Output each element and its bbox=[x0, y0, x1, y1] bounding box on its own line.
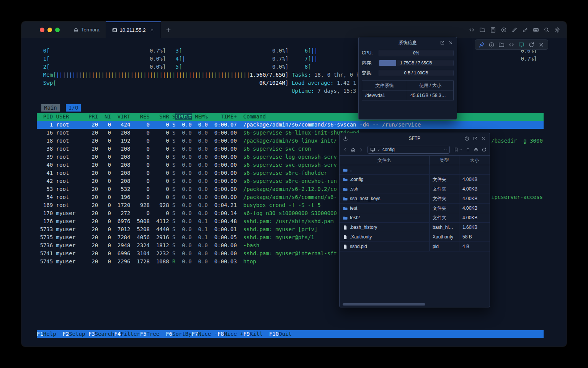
file-size: 4.00KB bbox=[459, 175, 490, 184]
htop-tab-main[interactable]: Main bbox=[41, 104, 60, 112]
chevron-down-icon bbox=[459, 148, 462, 151]
column-size[interactable]: 大小 bbox=[459, 156, 490, 165]
file-type: 文件夹 bbox=[429, 204, 459, 213]
show-hidden-icon[interactable] bbox=[474, 147, 479, 152]
file-row[interactable]: .XauthorityXauthority58 B bbox=[340, 232, 490, 242]
chevron-down-icon[interactable] bbox=[444, 148, 447, 151]
column-type[interactable]: 类型 bbox=[429, 156, 459, 165]
info-icon[interactable] bbox=[488, 42, 495, 48]
close-panel-icon[interactable] bbox=[448, 40, 453, 45]
fkey-f10[interactable]: F10Quit bbox=[269, 331, 298, 337]
file-row[interactable]: test文件夹4.00KB bbox=[340, 204, 490, 213]
folder-icon bbox=[343, 215, 348, 220]
code-snippets-icon[interactable] bbox=[469, 27, 475, 33]
bookmarks-button[interactable] bbox=[454, 147, 462, 152]
settings-icon[interactable] bbox=[554, 27, 560, 33]
file-name: test2 bbox=[350, 215, 360, 220]
refresh-icon[interactable] bbox=[528, 42, 534, 48]
keyboard-icon[interactable] bbox=[533, 27, 539, 33]
process-row[interactable]: 1 root 20 0 424 0 0 S 0.0 0.0 0:00.07 /p… bbox=[37, 121, 544, 129]
file-row[interactable]: .bash_historybash_hi…1.60KB bbox=[340, 223, 490, 232]
path-segment[interactable]: config bbox=[382, 147, 395, 152]
file-row[interactable]: ssh_host_keys文件夹4.00KB bbox=[340, 194, 490, 204]
file-name: test bbox=[350, 205, 357, 211]
tab-ssh-session[interactable]: 10.211.55.2 bbox=[106, 21, 161, 38]
log-icon[interactable] bbox=[490, 27, 496, 33]
fkey-f8[interactable]: F8Nice + bbox=[217, 331, 243, 337]
file-type: pid bbox=[429, 242, 459, 251]
fkey-f7[interactable]: F7Nice - bbox=[192, 331, 217, 337]
zoom-window-button[interactable] bbox=[55, 28, 60, 32]
file-icon bbox=[343, 235, 348, 240]
file-type: bash_hi… bbox=[429, 223, 459, 232]
file-row[interactable]: test2文件夹4.00KB bbox=[340, 213, 490, 223]
column-filename[interactable]: 文件名 bbox=[340, 156, 429, 165]
key-manager-icon[interactable] bbox=[522, 27, 528, 33]
filesystem-table: 文件系统 使用 / 大小 /dev/vda1 45.61GB / 58.3… bbox=[362, 80, 454, 100]
minimize-window-button[interactable] bbox=[47, 28, 52, 32]
process-table-header[interactable]: PID USER PRI NI VIRT RES SHR SCPU%▽ MEM%… bbox=[37, 113, 544, 121]
file-row[interactable]: .ssh文件夹4.00KB bbox=[340, 184, 490, 194]
titlebar: Termora 10.211.55.2 bbox=[21, 21, 567, 38]
new-tab-button[interactable] bbox=[161, 21, 176, 38]
terminal-icon bbox=[112, 28, 117, 33]
htop-meters: 0[ 0.7%] 3[ 0.0%] 6[|| 0.0%] 1[ 0.0%] 4[… bbox=[37, 47, 537, 95]
path-breadcrumb[interactable]: config bbox=[368, 146, 450, 154]
fkey-f5[interactable]: F5Tree bbox=[140, 331, 166, 337]
file-row[interactable]: .. bbox=[340, 165, 490, 175]
system-metrics: CPU:0%内存:1.75GB / 7.65GB交换:0 B / 1.00GB bbox=[359, 48, 457, 78]
edit-icon[interactable] bbox=[511, 27, 518, 33]
file-name: .ssh bbox=[350, 186, 358, 192]
fs-usage: 45.61GB / 58.3… bbox=[407, 90, 453, 100]
fs-header-usage: 使用 / 大小 bbox=[407, 81, 453, 90]
open-in-window-icon[interactable] bbox=[473, 136, 478, 141]
tab-label: 10.211.55.2 bbox=[120, 27, 146, 33]
transfers-icon[interactable] bbox=[343, 136, 348, 141]
file-size bbox=[459, 165, 490, 174]
code-icon[interactable] bbox=[508, 42, 514, 48]
close-panel-icon[interactable] bbox=[481, 136, 486, 141]
macro-record-icon[interactable] bbox=[501, 27, 507, 33]
help-icon[interactable] bbox=[464, 136, 469, 141]
metric-cpu: CPU:0% bbox=[359, 48, 457, 58]
forward-icon[interactable] bbox=[359, 147, 364, 152]
file-row[interactable]: sshd.pidpid4 B bbox=[340, 242, 490, 251]
file-list: ...config文件夹4.00KB.ssh文件夹4.00KBssh_host_… bbox=[340, 165, 490, 251]
close-tab-icon[interactable] bbox=[150, 28, 154, 33]
folder-icon[interactable] bbox=[479, 27, 485, 33]
fkey-f6[interactable]: F6SortBy bbox=[166, 331, 191, 337]
fkey-f3[interactable]: F3Search bbox=[88, 331, 114, 337]
file-name: .config bbox=[350, 177, 363, 182]
horizontal-scrollbar[interactable] bbox=[343, 303, 425, 306]
upload-icon[interactable] bbox=[466, 147, 470, 152]
file-size: 4.00KB bbox=[459, 194, 490, 203]
close-window-button[interactable] bbox=[40, 28, 44, 32]
system-info-panel: 系统信息 CPU:0%内存:1.75GB / 7.65GB交换:0 B / 1.… bbox=[358, 37, 457, 120]
refresh-icon[interactable] bbox=[482, 147, 487, 152]
filesystem-row: /dev/vda1 45.61GB / 58.3… bbox=[362, 90, 453, 100]
file-row[interactable]: .config文件夹4.00KB bbox=[340, 175, 490, 184]
fs-header-name: 文件系统 bbox=[362, 81, 407, 90]
htop-screen-tabs: Main I/O bbox=[41, 104, 81, 112]
htop-tab-io[interactable]: I/O bbox=[66, 104, 81, 112]
file-type: 文件夹 bbox=[429, 175, 459, 184]
folder-icon[interactable] bbox=[498, 42, 505, 48]
file-type: 文件夹 bbox=[429, 194, 459, 203]
swap-progress-bar: 0 B / 1.00GB bbox=[379, 70, 454, 76]
file-size: 4.00KB bbox=[459, 213, 490, 222]
open-in-window-icon[interactable] bbox=[440, 40, 445, 45]
back-icon[interactable] bbox=[343, 147, 348, 152]
search-icon[interactable] bbox=[544, 27, 550, 33]
fkey-f9[interactable]: F9Kill bbox=[243, 331, 269, 337]
fkey-f4[interactable]: F4Filter bbox=[114, 331, 140, 337]
tab-termora[interactable]: Termora bbox=[67, 21, 106, 38]
fkey-f2[interactable]: F2Setup bbox=[62, 331, 88, 337]
close-icon[interactable] bbox=[538, 42, 544, 48]
fkey-f1[interactable]: F1Help bbox=[37, 331, 62, 337]
file-name: ssh_host_keys bbox=[350, 196, 380, 201]
home-icon[interactable] bbox=[351, 147, 356, 152]
monitor-icon[interactable] bbox=[518, 42, 524, 48]
titlebar-actions bbox=[469, 21, 567, 38]
file-type: 文件夹 bbox=[429, 213, 459, 222]
pin-icon[interactable] bbox=[479, 42, 485, 48]
